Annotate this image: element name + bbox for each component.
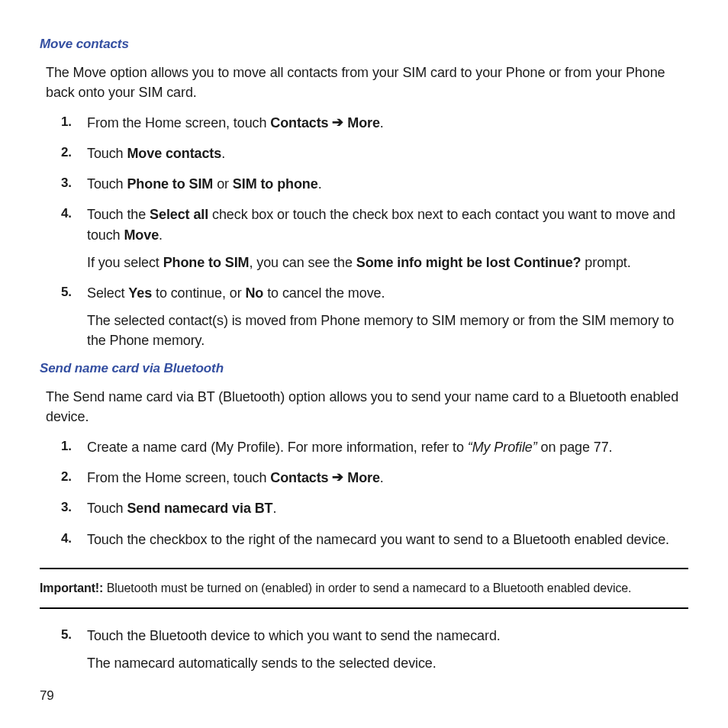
text: . [159,227,163,243]
intro-send-name-card: The Send name card via BT (Bluetooth) op… [46,387,688,427]
text: Touch the checkbox to the right of the n… [87,532,669,547]
steps-send-name-card: Create a name card (My Profile). For mor… [40,437,688,549]
text: on page 77. [537,440,613,455]
text: . [380,470,384,485]
step-2: From the Home screen, touch Contacts ➔ M… [61,468,688,488]
text: . [221,146,225,161]
select-all-label: Select all [150,207,208,222]
arrow-icon: ➔ [332,467,343,487]
text: . [273,501,277,516]
my-profile-ref: “My Profile” [468,440,537,455]
step-5-continued: The namecard automatically sends to the … [87,653,688,673]
step-5: Touch the Bluetooth device to which you … [61,626,688,673]
text: prompt. [581,255,630,270]
heading-send-name-card: Send name card via Bluetooth [40,361,688,376]
step-3: Touch Phone to SIM or SIM to phone. [61,174,688,194]
yes-label: Yes [128,285,152,301]
step-1: From the Home screen, touch Contacts ➔ M… [61,113,688,133]
steps-move-contacts: From the Home screen, touch Contacts ➔ M… [40,113,688,350]
move-contacts-label: Move contacts [127,146,221,161]
step-3: Touch Send namecard via BT. [61,498,688,518]
page-number: 79 [40,688,54,704]
step-5: Select Yes to continue, or No to cancel … [61,283,688,350]
text: or [213,176,233,192]
text: Touch the Bluetooth device to which you … [87,628,501,643]
heading-move-contacts: Move contacts [40,37,688,52]
send-namecard-label: Send namecard via BT [127,501,272,516]
step-5-continued: The selected contact(s) is moved from Ph… [87,311,688,350]
text: to continue, or [152,285,245,301]
text: . [318,176,322,192]
contacts-label: Contacts [270,470,328,485]
sim-to-phone-label: SIM to phone [233,176,318,192]
more-label: More [347,470,380,485]
prompt-label: Some info might be lost Continue? [356,255,581,270]
text: Touch [87,176,127,192]
phone-to-sim-label: Phone to SIM [163,255,250,270]
important-note: Important!: Bluetooth must be turned on … [40,568,688,609]
steps-send-name-card-cont: Touch the Bluetooth device to which you … [40,626,688,673]
step-1: Create a name card (My Profile). For mor… [61,437,688,457]
text: Touch the [87,207,150,222]
no-label: No [245,285,263,301]
move-label: Move [124,227,159,243]
more-label: More [347,115,380,130]
step-2: Touch Move contacts. [61,143,688,163]
arrow-icon: ➔ [332,112,343,132]
important-label: Important!: [40,581,103,594]
text: to cancel the move. [263,285,385,301]
step-4: Touch the checkbox to the right of the n… [61,530,688,549]
important-text: Bluetooth must be turned on (enabled) in… [103,581,631,594]
text: Create a name card (My Profile). For mor… [87,440,468,455]
text: . [380,115,384,130]
contacts-label: Contacts [270,115,328,130]
manual-page: Move contacts The Move option allows you… [0,0,728,728]
step-4: Touch the Select all check box or touch … [61,205,688,272]
text: From the Home screen, touch [87,470,270,485]
text: , you can see the [249,255,356,270]
text: From the Home screen, touch [87,115,270,130]
text: Touch [87,501,127,516]
phone-to-sim-label: Phone to SIM [127,176,213,192]
intro-move-contacts: The Move option allows you to move all c… [46,63,688,102]
step-4-continued: If you select Phone to SIM, you can see … [87,253,688,272]
text: Touch [87,146,127,161]
text: Select [87,285,128,301]
text: If you select [87,255,163,270]
